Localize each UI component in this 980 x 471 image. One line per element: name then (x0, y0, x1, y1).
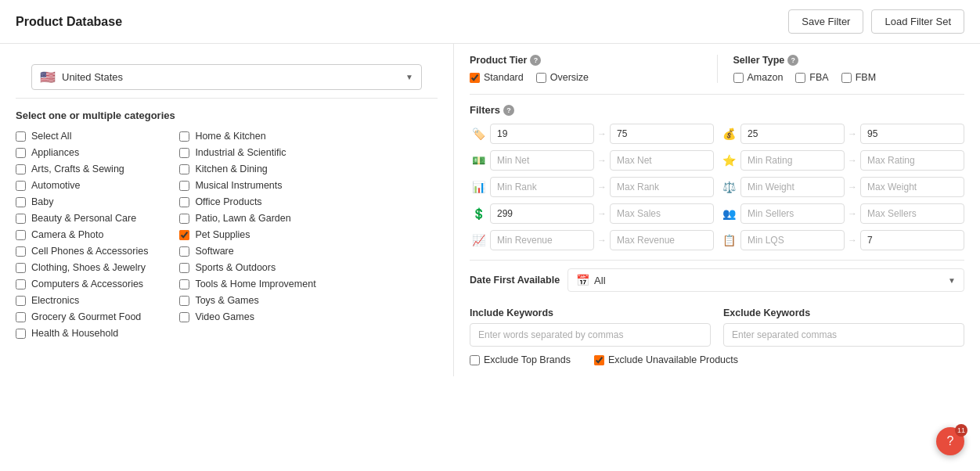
filter-row: 📈→📋→ (470, 230, 964, 250)
country-flag: 🇺🇸 (40, 70, 56, 84)
lqs-icon: 📋 (720, 232, 737, 249)
seller-fba[interactable]: FBA (795, 72, 828, 83)
filter-max-sellers[interactable] (860, 203, 964, 224)
category-item[interactable]: Health & Household (16, 328, 148, 339)
filter-max-dollar[interactable] (610, 150, 714, 171)
save-filter-button[interactable]: Save Filter (788, 9, 863, 34)
category-item[interactable]: Clothing, Shoes & Jewelry (16, 262, 148, 273)
filter-max-weight[interactable] (860, 177, 964, 197)
include-keywords-group: Include Keywords (470, 307, 711, 347)
sellers-icon: 👥 (720, 205, 737, 222)
filters-title: Filters ? (470, 104, 964, 116)
tier-oversize[interactable]: Oversize (536, 72, 589, 83)
filter-min-price-tag-2[interactable] (740, 124, 845, 144)
category-item[interactable]: Software (179, 246, 315, 257)
arrow-right-icon: → (597, 155, 607, 166)
filter-min-weight[interactable] (740, 177, 845, 197)
category-item[interactable]: Electronics (16, 295, 148, 306)
help-badge[interactable]: ? 11 (936, 427, 964, 455)
category-item[interactable]: Computers & Accessories (16, 279, 148, 289)
date-value: All (594, 275, 605, 286)
category-item[interactable]: Toys & Games (179, 295, 315, 306)
category-item[interactable]: Sports & Outdoors (179, 262, 315, 273)
product-tier-options: Standard Oversize (470, 72, 701, 83)
category-item[interactable]: Appliances (16, 147, 148, 158)
divider (717, 55, 718, 83)
filter-max-sales[interactable] (610, 203, 714, 224)
category-item[interactable]: Kitchen & Dining (179, 164, 315, 174)
filter-max-star[interactable] (860, 150, 964, 171)
seller-type-info-icon[interactable]: ? (787, 55, 798, 66)
filter-right-pair: 📋→ (720, 230, 964, 250)
header-actions: Save Filter Load Filter Set (788, 9, 964, 34)
filter-right-pair: ⚖️→ (720, 177, 964, 197)
tier-standard[interactable]: Standard (470, 72, 524, 83)
filter-max-rank[interactable] (610, 177, 714, 197)
left-panel: 🇺🇸 United States ▼ Select one or multipl… (0, 44, 454, 376)
exclude-keywords-input[interactable] (723, 323, 964, 347)
main-content: 🇺🇸 United States ▼ Select one or multipl… (0, 44, 980, 376)
arrow-right-icon: → (848, 235, 857, 246)
category-item[interactable]: Arts, Crafts & Sewing (16, 164, 148, 174)
filters-info-icon[interactable]: ? (503, 105, 514, 116)
product-tier-info-icon[interactable]: ? (530, 55, 541, 66)
filter-min-sales[interactable] (490, 203, 594, 224)
category-item[interactable]: Industrial & Scientific (179, 147, 315, 158)
category-item[interactable]: Baby (16, 196, 148, 207)
category-item[interactable]: Grocery & Gourmet Food (16, 311, 148, 322)
load-filter-button[interactable]: Load Filter Set (871, 9, 964, 34)
arrow-right-icon: → (848, 155, 857, 166)
country-selector[interactable]: 🇺🇸 United States ▼ (31, 64, 422, 90)
category-item[interactable]: Cell Phones & Accessories (16, 246, 148, 257)
filter-max-price-tag[interactable] (610, 124, 714, 144)
price-tag-icon: 🏷️ (470, 125, 487, 142)
exclude-top-brands[interactable]: Exclude Top Brands (470, 354, 571, 365)
category-item[interactable]: Tools & Home Improvement (179, 279, 315, 289)
date-select-wrapper[interactable]: 📅 All ▼ (567, 268, 964, 292)
arrow-right-icon: → (597, 208, 607, 219)
seller-fbm[interactable]: FBM (841, 72, 876, 83)
date-label: Date First Available (470, 275, 560, 286)
filter-min-revenue[interactable] (490, 230, 594, 250)
exclude-keywords-label: Exclude Keywords (723, 307, 964, 318)
filter-left-pair: 💲→ (470, 203, 714, 224)
category-item[interactable]: Patio, Lawn & Garden (179, 213, 315, 224)
filter-min-dollar[interactable] (490, 150, 594, 171)
categories-grid: Select AllAppliancesArts, Crafts & Sewin… (16, 131, 438, 339)
filter-min-sellers[interactable] (740, 203, 845, 224)
filter-row: 💵→⭐→ (470, 150, 964, 171)
category-item[interactable]: Home & Kitchen (179, 131, 315, 142)
category-item[interactable]: Office Products (179, 196, 315, 207)
chevron-down-icon: ▼ (405, 73, 413, 81)
filter-right-pair: ⭐→ (720, 150, 964, 171)
filter-min-rank[interactable] (490, 177, 594, 197)
filter-max-price-tag-2[interactable] (860, 124, 964, 144)
category-item[interactable]: Pet Supplies (179, 229, 315, 240)
include-keywords-input[interactable] (470, 323, 711, 347)
seller-type-group: Seller Type ? Amazon FBA (733, 55, 965, 83)
filter-max-lqs[interactable] (860, 230, 964, 250)
country-bar: 🇺🇸 United States ▼ (16, 56, 438, 99)
filter-max-revenue[interactable] (610, 230, 714, 250)
category-item[interactable]: Select All (16, 131, 148, 142)
product-tier-title: Product Tier ? (470, 55, 701, 66)
filter-right-pair: 👥→ (720, 203, 964, 224)
exclude-unavailable-products[interactable]: Exclude Unavailable Products (594, 354, 738, 365)
filter-min-lqs[interactable] (740, 230, 845, 250)
category-item[interactable]: Beauty & Personal Care (16, 213, 148, 224)
calendar-icon: 📅 (576, 274, 589, 286)
filter-right-pair: 💰→ (720, 124, 964, 144)
category-item[interactable]: Video Games (179, 311, 315, 322)
filter-left-pair: 📊→ (470, 177, 714, 197)
category-item[interactable]: Automotive (16, 180, 148, 191)
filter-min-price-tag[interactable] (490, 124, 594, 144)
seller-amazon[interactable]: Amazon (733, 72, 784, 83)
filter-row: 🏷️→💰→ (470, 124, 964, 144)
category-item[interactable]: Musical Instruments (179, 180, 315, 191)
categories-section: Select one or multiple categories Select… (16, 99, 438, 339)
top-filters: Product Tier ? Standard Oversize (470, 55, 964, 83)
exclude-keywords-group: Exclude Keywords (723, 307, 964, 347)
arrow-right-icon: → (597, 128, 607, 139)
filter-min-star[interactable] (740, 150, 845, 171)
category-item[interactable]: Camera & Photo (16, 229, 148, 240)
